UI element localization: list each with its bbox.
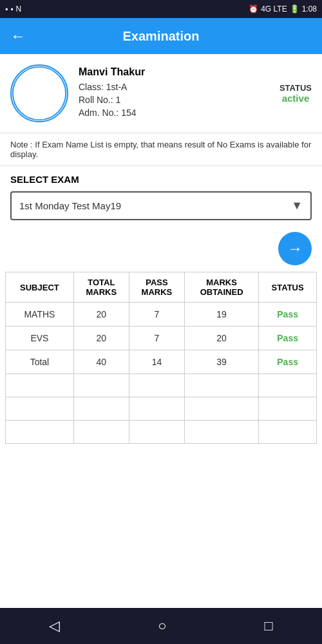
cell-status: Pass [259,350,317,374]
profile-info: Manvi Thakur Class: 1st-A Roll No.: 1 Ad… [79,66,264,120]
wifi-icon: ▪ [10,5,13,14]
battery-icon: ▪ [5,5,8,14]
cell-subject: EVS [6,327,74,350]
cell-marks-obtained: 20 [184,327,258,350]
back-button[interactable]: ← [10,27,26,45]
select-exam-section: SELECT EXAM 1st Monday Test May19 ▼ [0,166,322,225]
empty-row [6,374,317,397]
empty-row [6,421,317,444]
table-row: MATHS 20 7 19 Pass [6,303,317,327]
col-subject: SUBJECT [6,272,74,303]
table-row: EVS 20 7 20 Pass [6,327,317,350]
home-nav-button[interactable]: ○ [158,618,166,634]
student-adm: Adm. No.: 154 [79,108,264,118]
note-section: Note : If Exam Name List is empty, that … [0,133,322,166]
exam-dropdown[interactable]: 1st Monday Test May19 ▼ [10,191,312,220]
cell-status: Pass [259,303,317,327]
status-label: STATUS [279,83,312,93]
dropdown-selected-value: 1st Monday Test May19 [19,200,291,211]
next-btn-wrapper: → [0,225,322,272]
alarm-icon: ⏰ [249,5,258,14]
col-status: STATUS [259,272,317,303]
table-row: Total 40 14 39 Pass [6,350,317,374]
header: ← Examination [0,18,322,54]
results-table: SUBJECT TOTALMARKS PASSMARKS MARKSOBTAIN… [5,272,317,444]
recent-nav-button[interactable]: □ [265,618,273,634]
cell-total-marks: 40 [73,350,129,374]
cell-total-marks: 20 [73,303,129,327]
results-table-wrapper: SUBJECT TOTALMARKS PASSMARKS MARKSOBTAIN… [0,272,322,608]
status-bar: ▪ ▪ N ⏰ 4G LTE 🔋 1:08 [0,0,322,18]
cell-status: Pass [259,327,317,350]
status-value: active [282,93,310,104]
signal-label: 4G LTE [261,5,287,14]
select-exam-label: SELECT EXAM [10,174,312,185]
n-icon: N [16,5,22,14]
empty-row [6,397,317,421]
svg-point-0 [13,67,66,120]
cell-marks-obtained: 19 [184,303,258,327]
col-total-marks: TOTALMARKS [73,272,129,303]
page-title: Examination [36,29,286,44]
status-bar-right: ⏰ 4G LTE 🔋 1:08 [249,5,317,14]
status-bar-left: ▪ ▪ N [5,5,21,14]
student-roll: Roll No.: 1 [79,95,264,105]
student-class: Class: 1st-A [79,82,264,92]
battery-icon-right: 🔋 [290,5,299,14]
cell-total-marks: 20 [73,327,129,350]
time-label: 1:08 [302,5,317,14]
cell-marks-obtained: 39 [184,350,258,374]
note-text: Note : If Exam Name List is empty, that … [10,140,311,159]
next-button[interactable]: → [278,232,312,265]
arrow-right-icon: → [287,240,303,258]
table-header-row: SUBJECT TOTALMARKS PASSMARKS MARKSOBTAIN… [6,272,317,303]
profile-section: Manvi Thakur Class: 1st-A Roll No.: 1 Ad… [0,54,322,133]
cell-pass-marks: 7 [129,303,184,327]
chevron-down-icon: ▼ [291,199,303,213]
status-block: STATUS active [274,83,312,104]
bottom-nav: ◁ ○ □ [0,608,322,644]
cell-pass-marks: 14 [129,350,184,374]
avatar [10,64,68,122]
col-pass-marks: PASSMARKS [129,272,184,303]
back-nav-button[interactable]: ◁ [49,618,60,634]
col-marks-obtained: MARKSOBTAINED [184,272,258,303]
cell-subject: Total [6,350,74,374]
student-name: Manvi Thakur [79,66,264,78]
cell-subject: MATHS [6,303,74,327]
cell-pass-marks: 7 [129,327,184,350]
